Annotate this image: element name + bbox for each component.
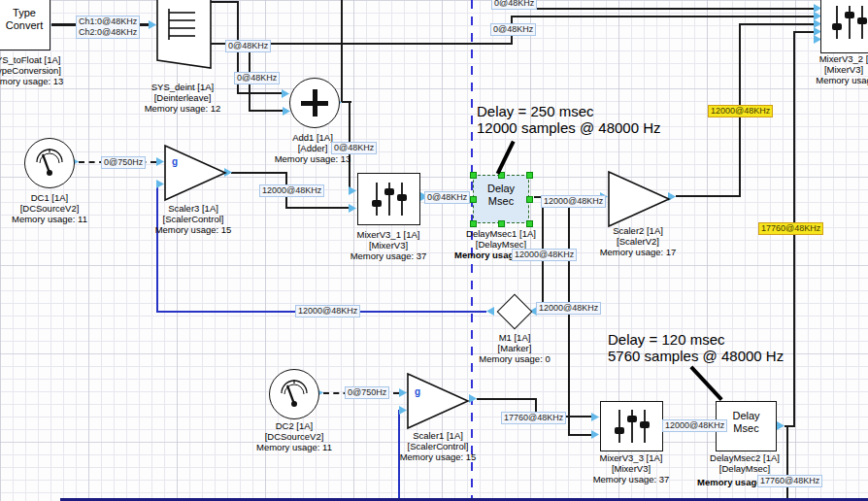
wire-segment[interactable] (341, 0, 343, 102)
annotation-line: Delay = 120 msec (608, 331, 784, 348)
block-memory: Memory usage: 11 (1, 214, 98, 224)
block-memory: Memory usage: 0 (466, 353, 563, 364)
selection-handle[interactable] (470, 220, 477, 227)
wire-segment[interactable] (211, 1, 238, 3)
wire-segment[interactable] (568, 196, 570, 436)
wire-segment[interactable] (511, 16, 814, 17)
annotation-delay-250[interactable]: Delay = 250 msec 12000 samples @ 48000 H… (477, 103, 661, 136)
canvas-boundary-line (60, 498, 868, 501)
wire-label-highlighted[interactable]: 17760@48KHz (758, 222, 823, 235)
selection-handle[interactable] (470, 196, 477, 203)
scaler3-gain-port[interactable] (156, 157, 164, 166)
selection-handle[interactable] (498, 220, 505, 227)
block-memory: Memory usage: 13 (264, 153, 361, 164)
wire-label[interactable]: 0@48KHz (225, 40, 271, 52)
block-name: MixerV3_3 [1A] (583, 452, 680, 463)
sliders-icon (828, 2, 868, 43)
wire-label[interactable]: 0@48KHz (491, 0, 537, 10)
block-name: DC2 [1A] (246, 420, 343, 431)
wire-label[interactable]: 12000@48KHz (536, 302, 601, 315)
block-type: [DelayMsec] (696, 463, 793, 474)
scaler3-gain-label: g (172, 157, 178, 167)
wire-label[interactable]: 12000@48KHz (662, 419, 727, 432)
block-memory: Memory usage: 37 (583, 474, 680, 484)
delaymsec2-output-port[interactable] (777, 421, 785, 430)
gauge-icon (32, 146, 67, 181)
wire-segment[interactable] (739, 23, 814, 25)
wire-label[interactable]: 17760@48KHz (757, 475, 822, 487)
block-memory: Memory usage: 17 (589, 247, 686, 257)
block-memory: Memory usage: 15 (145, 224, 242, 235)
wire-segment[interactable] (793, 31, 814, 33)
scaler3-label: Scaler3 [1A] [ScalerControl] Memory usag… (145, 203, 242, 235)
block-type: [DCSourceV2] (1, 203, 98, 214)
annotation-line: 12000 samples @ 48000 Hz (477, 119, 661, 136)
mixerv3_3-input-port-2[interactable] (591, 430, 599, 439)
block-name: SYS_toFloat [1A] (0, 54, 83, 65)
adder-input-port-1[interactable] (282, 89, 289, 98)
block-memory: Memory usage: 12 (134, 103, 231, 114)
block-name: MixerV3_2 [ (790, 53, 868, 64)
wire-label[interactable]: 0@48KHz (490, 23, 536, 36)
scaler1-gain-port[interactable] (399, 388, 407, 397)
block-memory: Memory usage: 13 (0, 76, 83, 86)
scaler3-input-port[interactable] (156, 180, 164, 188)
block-scaler3[interactable] (164, 145, 227, 202)
block-scaler1[interactable] (407, 373, 470, 430)
wire-label[interactable]: 0@750Hz (101, 156, 146, 169)
m1-output-port[interactable] (486, 307, 494, 316)
annotation-delay-120[interactable]: Delay = 120 msec 5760 samples @ 48000 Hz (608, 331, 784, 364)
block-type: [DCSourceV2] (246, 431, 343, 442)
wire-segment[interactable] (568, 434, 591, 436)
wire-label[interactable]: 0@750Hz (345, 386, 389, 399)
wire-segment[interactable] (285, 207, 349, 209)
selection-handle[interactable] (526, 172, 533, 179)
wire-label[interactable]: 0@48KHz (424, 191, 470, 204)
mixerv3_3-input-port-1[interactable] (591, 413, 599, 421)
typeconvert-label: SYS_toFloat [1A] [TypeConversion] Memory… (0, 54, 83, 86)
wire-segment[interactable] (231, 172, 287, 174)
wire-label[interactable]: 12000@48KHz (295, 305, 360, 317)
block-memory: Memory usag (790, 75, 868, 85)
block-name: Scaler1 [1A] (389, 430, 486, 441)
selection-handle[interactable] (526, 196, 533, 203)
annotation-pointer-line (690, 366, 723, 401)
block-memory: Memory usage: 37 (340, 250, 437, 261)
wire-label[interactable]: 0@48KHz (234, 72, 280, 84)
wire-segment[interactable] (491, 8, 814, 10)
wire-segment[interactable] (676, 195, 741, 197)
annotation-line: 5760 samples @ 48000 Hz (608, 348, 784, 364)
mixerv3_1-input-port-1[interactable] (349, 186, 356, 195)
mixerv3_3-label: MixerV3_3 [1A] [MixerV3] Memory usage: 3… (583, 452, 680, 484)
scaler2-label: Scaler2 [1A] [ScalerV2] Memory usage: 17 (589, 225, 686, 257)
block-deinterleave[interactable] (156, 0, 213, 82)
dc2-label: DC2 [1A] [DCSourceV2] Memory usage: 11 (246, 420, 343, 452)
delaymsec1-body-label: Delay Msec (473, 183, 529, 207)
deinterleave-input-port[interactable] (149, 20, 156, 29)
wire-label[interactable]: 0@48KHz (331, 142, 377, 154)
selection-handle[interactable] (470, 172, 477, 179)
wire-label-line: Ch1:0@48KHz (79, 17, 137, 27)
deinterleave-label: SYS_deint [1A] [Deinterleave] Memory usa… (134, 82, 231, 114)
block-scaler2[interactable] (608, 171, 671, 228)
wire-label-highlighted[interactable]: 12000@48KHz (708, 105, 773, 117)
schematic-canvas: Type Convert g Del (0, 0, 868, 501)
mixerv3_1-input-port-2[interactable] (349, 204, 356, 213)
wire-segment[interactable] (249, 110, 283, 112)
wire-segment[interactable] (237, 92, 282, 94)
block-type: [ScalerControl] (145, 214, 242, 224)
wire-label-channels[interactable]: Ch1:0@48KHz Ch2:0@48KHz (76, 16, 140, 39)
delaymsec1-label: DelayMsec1 [1A] [DelayMsec] (452, 228, 550, 250)
scaler1-input-port[interactable] (399, 406, 407, 415)
wire-label[interactable]: 12000@48KHz (259, 184, 324, 197)
block-name: DelayMsec2 [1A] (696, 452, 793, 463)
scaler1-output-port[interactable] (469, 394, 477, 403)
wire-label[interactable]: 17760@48KHz (501, 412, 566, 424)
block-type: [TypeConversion] (0, 65, 83, 76)
block-m1-marker[interactable] (497, 294, 533, 330)
wire-label[interactable]: 12000@48KHz (512, 249, 577, 261)
wire-label[interactable]: 12000@48KHz (541, 195, 606, 208)
typeconvert-body-label: Type Convert (0, 7, 49, 31)
wire-segment[interactable] (477, 398, 537, 400)
selection-handle[interactable] (526, 220, 533, 227)
